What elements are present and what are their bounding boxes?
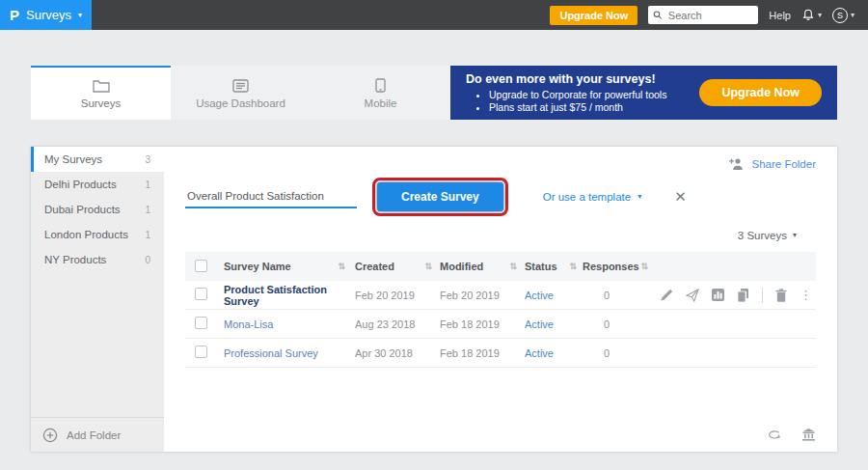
folder-label: Dubai Products (44, 204, 121, 215)
sort-icon[interactable]: ⇅ (509, 262, 517, 271)
tab-mobile[interactable]: Mobile (311, 66, 450, 120)
paper-plane-icon (686, 289, 699, 302)
help-link[interactable]: Help (769, 10, 791, 21)
banner-bullet: Upgrade to Corporate for powerful tools (489, 89, 666, 100)
share-folder-button[interactable]: Share Folder (728, 157, 816, 170)
header-status[interactable]: Status (525, 261, 557, 272)
upsell-banner: Do even more with your surveys! Upgrade … (450, 66, 837, 120)
folder-icon (93, 79, 110, 93)
chevron-down-icon: ▾ (851, 12, 854, 19)
sort-icon[interactable]: ⇅ (338, 262, 345, 271)
pencil-icon (661, 289, 673, 301)
table-row: Product Satisfaction Survey Feb 20 2019 … (185, 281, 816, 310)
folder-count: 0 (145, 255, 150, 265)
row-checkbox[interactable] (195, 288, 207, 300)
surveys-count-label: 3 Surveys (738, 230, 787, 241)
status-link[interactable]: Active (525, 347, 554, 359)
annotation-highlight-ring: Create Survey (372, 178, 508, 216)
header-modified[interactable]: Modified (440, 261, 483, 272)
tab-label: Mobile (365, 97, 397, 109)
responses-count: 0 (583, 290, 610, 301)
banner-title: Do even more with your surveys! (466, 72, 666, 86)
person-add-icon (728, 157, 745, 170)
tab-label: Usage Dashboard (196, 97, 285, 109)
sidebar-item-london-products[interactable]: London Products 1 (31, 222, 164, 247)
add-folder-label: Add Folder (67, 429, 121, 441)
sidebar-item-ny-products[interactable]: NY Products 0 (31, 247, 164, 272)
survey-name-link[interactable]: Mona-Lisa (224, 318, 273, 330)
search-box[interactable] (648, 6, 758, 24)
account-menu[interactable]: S ▾ (832, 8, 854, 23)
folders-sidebar: My Surveys 3 Delhi Products 1 Dubai Prod… (31, 147, 164, 452)
use-template-dropdown[interactable]: Or use a template ▾ (543, 191, 641, 203)
row-checkbox[interactable] (195, 346, 207, 358)
survey-name-link[interactable]: Product Satisfaction Survey (224, 284, 345, 307)
edit-button[interactable] (661, 289, 673, 301)
delete-button[interactable] (775, 289, 787, 302)
notifications-menu[interactable]: ▾ (801, 8, 822, 22)
folder-label: NY Products (44, 254, 106, 265)
surveys-count-dropdown[interactable]: 3 Surveys ▾ (185, 230, 797, 241)
chevron-down-icon: ▾ (637, 193, 641, 201)
restore-loop-icon (767, 429, 782, 441)
folder-label: My Surveys (44, 153, 102, 165)
created-date: Apr 30 2018 (355, 347, 413, 359)
plus-circle-icon (42, 428, 58, 443)
tab-label: Surveys (81, 97, 122, 109)
created-date: Aug 23 2018 (355, 318, 415, 330)
bell-icon (801, 8, 815, 22)
analytics-button[interactable] (712, 289, 724, 301)
search-input[interactable] (666, 9, 753, 22)
row-checkbox[interactable] (195, 317, 207, 329)
responses-count: 0 (583, 318, 610, 330)
select-all-checkbox[interactable] (195, 260, 207, 272)
table-header-row: Survey Name ⇅ Created ⇅ Modified ⇅ Statu… (185, 252, 816, 281)
header-created[interactable]: Created (355, 261, 394, 272)
sidebar-item-delhi-products[interactable]: Delhi Products 1 (31, 172, 164, 197)
brand-menu[interactable]: P Surveys ▾ (0, 0, 92, 30)
folder-count: 1 (145, 230, 150, 240)
chevron-down-icon: ▾ (793, 232, 797, 239)
survey-name-link[interactable]: Professional Survey (224, 347, 318, 359)
folder-count: 3 (145, 154, 150, 165)
folder-label: London Products (44, 229, 128, 240)
folder-count: 1 (145, 180, 150, 190)
add-folder-button[interactable]: Add Folder (31, 417, 164, 452)
folder-label: Delhi Products (44, 179, 117, 190)
banner-upgrade-button[interactable]: Upgrade Now (699, 79, 822, 106)
chevron-down-icon: ▾ (818, 12, 822, 19)
surveys-table: Survey Name ⇅ Created ⇅ Modified ⇅ Statu… (185, 252, 816, 368)
search-icon (653, 10, 663, 20)
modified-date: Feb 18 2019 (440, 347, 500, 359)
send-button[interactable] (686, 289, 699, 302)
more-options-button[interactable]: ⋮ (800, 289, 812, 301)
tab-surveys[interactable]: Surveys (31, 66, 171, 120)
copy-icon (737, 289, 749, 302)
header-survey-name[interactable]: Survey Name (224, 261, 291, 272)
tab-usage-dashboard[interactable]: Usage Dashboard (171, 66, 311, 120)
sidebar-item-my-surveys[interactable]: My Surveys 3 (31, 147, 164, 172)
create-survey-button[interactable]: Create Survey (377, 182, 503, 211)
header-responses[interactable]: Responses (583, 261, 639, 272)
new-survey-name-input[interactable] (185, 185, 357, 208)
copy-button[interactable] (737, 289, 749, 302)
sidebar-item-dubai-products[interactable]: Dubai Products 1 (31, 197, 164, 222)
restore-button[interactable] (767, 428, 782, 441)
sort-icon[interactable]: ⇅ (640, 262, 648, 271)
view-tabs: Surveys Usage Dashboard Mobile (31, 66, 450, 120)
surveys-panel: My Surveys 3 Delhi Products 1 Dubai Prod… (31, 147, 837, 452)
sort-icon[interactable]: ⇅ (424, 262, 432, 271)
questionpro-logo-icon: P (10, 8, 19, 22)
upgrade-now-button[interactable]: Upgrade Now (550, 6, 637, 25)
folder-count: 1 (145, 205, 150, 215)
archived-surveys-button[interactable] (801, 428, 816, 441)
created-date: Feb 20 2019 (355, 290, 415, 301)
modified-date: Feb 18 2019 (440, 318, 500, 330)
mobile-icon (375, 78, 386, 93)
sort-icon[interactable]: ⇅ (569, 262, 577, 271)
close-icon[interactable]: ✕ (674, 188, 687, 206)
dashboard-icon (232, 79, 249, 93)
table-row: Professional Survey Apr 30 2018 Feb 18 2… (185, 339, 816, 368)
status-link[interactable]: Active (525, 318, 554, 330)
status-link[interactable]: Active (525, 290, 554, 301)
